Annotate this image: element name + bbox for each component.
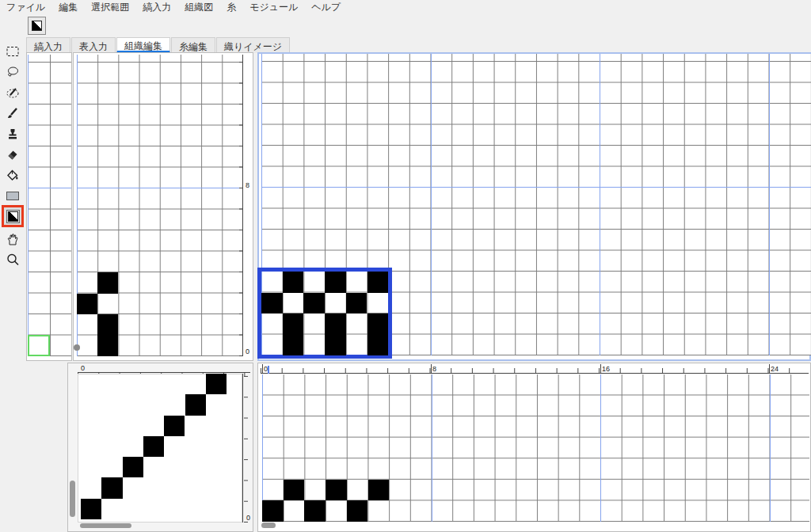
preview-right-ruler: 0 xyxy=(242,374,252,522)
pattern-cell[interactable] xyxy=(283,314,304,335)
cursor-cell xyxy=(28,335,50,356)
rectangle-tool-icon[interactable] xyxy=(3,186,22,205)
invert-icon xyxy=(32,21,42,31)
pattern-cell[interactable] xyxy=(367,314,389,335)
invert-tool-icon[interactable] xyxy=(2,205,24,227)
pattern-cell[interactable] xyxy=(143,436,164,457)
invert-tool-toggle-button[interactable] xyxy=(28,17,46,35)
tab-bar: 縞入力 表入力 組織編集 糸編集 織りイメージ xyxy=(26,36,291,53)
pattern-cell[interactable] xyxy=(325,272,346,293)
menu-module[interactable]: モジュール xyxy=(249,1,298,14)
pattern-cell[interactable] xyxy=(164,416,185,436)
origin-dot xyxy=(74,344,80,351)
tab-table-input[interactable]: 表入力 xyxy=(71,37,116,53)
preview-top-ruler: 0 xyxy=(78,364,250,373)
tieup-ruler: 8 0 xyxy=(242,55,253,356)
pattern-cell[interactable] xyxy=(97,272,118,294)
fill-bucket-tool-icon[interactable] xyxy=(3,165,22,184)
invert-icon xyxy=(8,211,18,222)
menu-thread[interactable]: 糸 xyxy=(227,1,236,14)
weave-grid[interactable] xyxy=(261,54,811,355)
rectangle-select-tool-icon[interactable] xyxy=(3,42,22,61)
weaving-app-window: ファイル 編集 選択範囲 縞入力 組織図 糸 モジュール ヘルプ 縞入力 表入力… xyxy=(0,0,811,532)
tab-stripe-input[interactable]: 縞入力 xyxy=(26,37,70,53)
warp-strip-grid[interactable] xyxy=(28,55,71,356)
tab-weave-edit[interactable]: 組織編集 xyxy=(116,37,170,53)
menu-bar: ファイル 編集 選択範囲 縞入力 組織図 糸 モジュール ヘルプ xyxy=(0,0,811,15)
menu-help[interactable]: ヘルプ xyxy=(311,1,341,14)
lasso-select-tool-icon[interactable] xyxy=(3,63,22,82)
pattern-cell[interactable] xyxy=(97,336,118,357)
pattern-cell[interactable] xyxy=(367,272,389,293)
liftplan-panel[interactable]: 0 8 16 24 xyxy=(257,363,811,532)
stamp-tool-icon[interactable] xyxy=(3,124,22,143)
brush-select-tool-icon[interactable] xyxy=(3,83,22,102)
tab-weaving-image[interactable]: 織りイメージ xyxy=(216,37,290,53)
pattern-cell[interactable] xyxy=(123,457,143,477)
warp-strip-panel[interactable] xyxy=(26,52,72,361)
pattern-cell[interactable] xyxy=(303,293,325,314)
vertical-scrollbar-thumb[interactable] xyxy=(70,481,75,517)
pattern-cell[interactable] xyxy=(81,499,101,519)
menu-weave-diagram[interactable]: 組織図 xyxy=(185,1,213,14)
zoom-tool-icon[interactable] xyxy=(3,250,22,269)
pattern-cell[interactable] xyxy=(261,293,283,314)
pattern-cell[interactable] xyxy=(206,374,227,394)
tieup-grid[interactable] xyxy=(77,55,242,356)
pattern-cell[interactable] xyxy=(77,294,97,315)
eraser-tool-icon[interactable] xyxy=(3,145,22,164)
menu-selection[interactable]: 選択範囲 xyxy=(91,1,129,14)
pattern-cell[interactable] xyxy=(347,500,368,522)
weave-panel[interactable] xyxy=(257,52,811,361)
horizontal-scrollbar-thumb[interactable] xyxy=(261,522,276,528)
tab-thread-edit[interactable]: 糸編集 xyxy=(171,37,215,53)
pattern-cell[interactable] xyxy=(325,335,346,356)
hand-tool-icon[interactable] xyxy=(3,230,22,249)
pattern-cell[interactable] xyxy=(325,314,346,335)
preview-canvas[interactable] xyxy=(78,374,242,522)
pattern-cell[interactable] xyxy=(283,335,304,356)
pattern-cell[interactable] xyxy=(283,272,304,293)
horizontal-scrollbar-thumb[interactable] xyxy=(80,523,131,528)
pattern-cell[interactable] xyxy=(304,500,326,522)
liftplan-ruler: 0 8 16 24 xyxy=(261,364,809,374)
brush-tool-icon[interactable] xyxy=(3,104,22,123)
pattern-cell[interactable] xyxy=(346,293,367,314)
menu-stripe-input[interactable]: 縞入力 xyxy=(143,1,171,14)
pattern-cell[interactable] xyxy=(326,480,347,501)
pattern-cell[interactable] xyxy=(101,477,122,498)
tieup-panel[interactable]: 8 0 xyxy=(73,52,253,361)
top-toolbar xyxy=(0,15,811,36)
pattern-cell[interactable] xyxy=(97,314,118,336)
pattern-cell[interactable] xyxy=(185,394,206,415)
threading-preview-panel[interactable]: 0 0 xyxy=(67,363,253,532)
pattern-cell[interactable] xyxy=(367,335,389,356)
menu-edit[interactable]: 編集 xyxy=(59,1,78,14)
menu-file[interactable]: ファイル xyxy=(6,1,45,14)
pattern-cell[interactable] xyxy=(262,500,284,522)
pattern-cell[interactable] xyxy=(368,480,390,501)
liftplan-grid[interactable] xyxy=(262,374,809,522)
pattern-cell[interactable] xyxy=(284,480,305,501)
